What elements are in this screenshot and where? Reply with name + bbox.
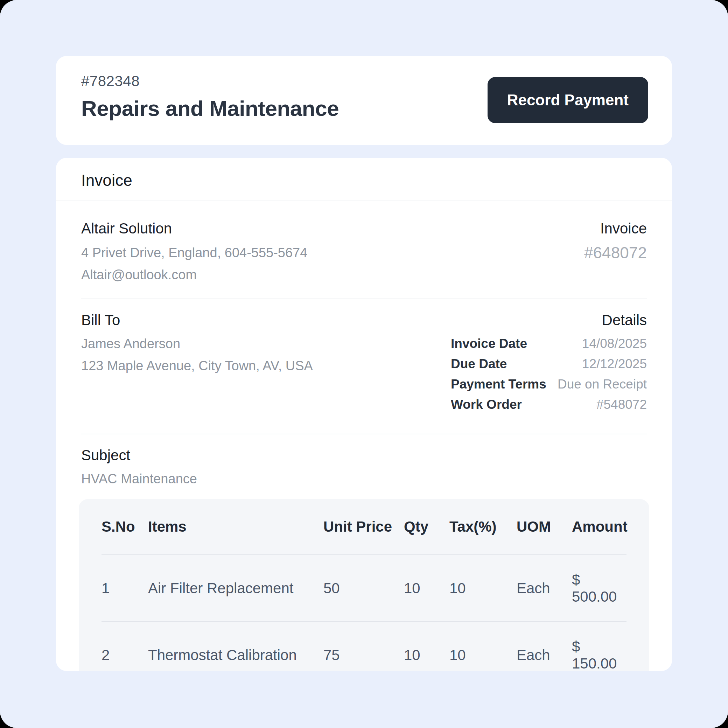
cell-tax: 10: [450, 647, 517, 664]
detail-value: Due on Receipt: [558, 377, 647, 392]
detail-row-work-order: Work Order #548072: [451, 397, 647, 412]
subject-label: Subject: [81, 447, 647, 464]
column-header-items: Items: [148, 518, 323, 535]
company-name: Altair Solution: [81, 220, 307, 237]
cell-uom: Each: [517, 580, 572, 597]
bill-to-label: Bill To: [81, 312, 313, 329]
cell-qty: 10: [404, 580, 450, 597]
detail-value: 14/08/2025: [582, 336, 647, 351]
cell-unit-price: 50: [323, 580, 404, 597]
column-header-uom: UOM: [517, 518, 572, 535]
invoice-section-title: Invoice: [81, 171, 132, 190]
line-items-table: S.No Items Unit Price Qty Tax(%) UOM Amo…: [79, 499, 649, 671]
cell-sno: 2: [101, 647, 148, 664]
subject-value: HVAC Maintenance: [81, 471, 647, 486]
company-block: Altair Solution 4 Privet Drive, England,…: [81, 220, 307, 283]
page-title: Repairs and Maintenance: [81, 96, 339, 121]
table-row: 2 Thermostat Calibration 75 10 10 Each $…: [101, 622, 627, 671]
bill-to-address: 123 Maple Avenue, City Town, AV, USA: [81, 358, 313, 373]
company-email: Altair@outlook.com: [81, 268, 307, 283]
page-header-card: #782348 Repairs and Maintenance Record P…: [56, 56, 672, 145]
detail-value: #548072: [596, 397, 647, 412]
billing-section: Bill To James Anderson 123 Maple Avenue,…: [56, 299, 672, 418]
invoice-ref-label: Invoice: [584, 220, 647, 237]
detail-key: Due Date: [451, 356, 507, 372]
app-canvas: #782348 Repairs and Maintenance Record P…: [0, 0, 728, 728]
company-address: 4 Privet Drive, England, 604-555-5674: [81, 245, 307, 260]
cell-tax: 10: [450, 580, 517, 597]
invoice-ref-number: #648072: [584, 243, 647, 262]
detail-row-due-date: Due Date 12/12/2025: [451, 356, 647, 372]
detail-value: 12/12/2025: [582, 356, 647, 372]
cell-amount: $ 150.00: [572, 638, 627, 671]
detail-key: Payment Terms: [451, 377, 546, 392]
invoice-card-header: Invoice: [56, 158, 672, 201]
subject-section: Subject HVAC Maintenance: [56, 434, 672, 486]
details-block: Details Invoice Date 14/08/2025 Due Date…: [451, 312, 647, 418]
bill-to-name: James Anderson: [81, 336, 313, 352]
column-header-qty: Qty: [404, 518, 450, 535]
record-id: #782348: [81, 73, 339, 90]
company-section: Altair Solution 4 Privet Drive, England,…: [56, 201, 672, 283]
table-header-row: S.No Items Unit Price Qty Tax(%) UOM Amo…: [101, 499, 627, 555]
cell-unit-price: 75: [323, 647, 404, 664]
table-row: 1 Air Filter Replacement 50 10 10 Each $…: [101, 555, 627, 622]
column-header-tax: Tax(%): [450, 518, 517, 535]
column-header-unit-price: Unit Price: [323, 518, 404, 535]
details-label: Details: [451, 312, 647, 329]
detail-row-payment-terms: Payment Terms Due on Receipt: [451, 377, 647, 392]
bill-to-block: Bill To James Anderson 123 Maple Avenue,…: [81, 312, 313, 418]
detail-key: Invoice Date: [451, 336, 527, 351]
column-header-sno: S.No: [101, 518, 148, 535]
header-title-group: #782348 Repairs and Maintenance: [81, 73, 339, 121]
cell-amount: $ 500.00: [572, 572, 627, 605]
record-payment-button[interactable]: Record Payment: [488, 77, 648, 123]
cell-uom: Each: [517, 647, 572, 664]
detail-key: Work Order: [451, 397, 522, 412]
cell-qty: 10: [404, 647, 450, 664]
detail-row-invoice-date: Invoice Date 14/08/2025: [451, 336, 647, 351]
column-header-amount: Amount: [572, 518, 627, 535]
invoice-card: Invoice Altair Solution 4 Privet Drive, …: [56, 158, 672, 671]
cell-sno: 1: [101, 580, 148, 597]
cell-item: Air Filter Replacement: [148, 580, 323, 597]
invoice-ref-block: Invoice #648072: [584, 220, 647, 283]
cell-item: Thermostat Calibration: [148, 647, 323, 664]
